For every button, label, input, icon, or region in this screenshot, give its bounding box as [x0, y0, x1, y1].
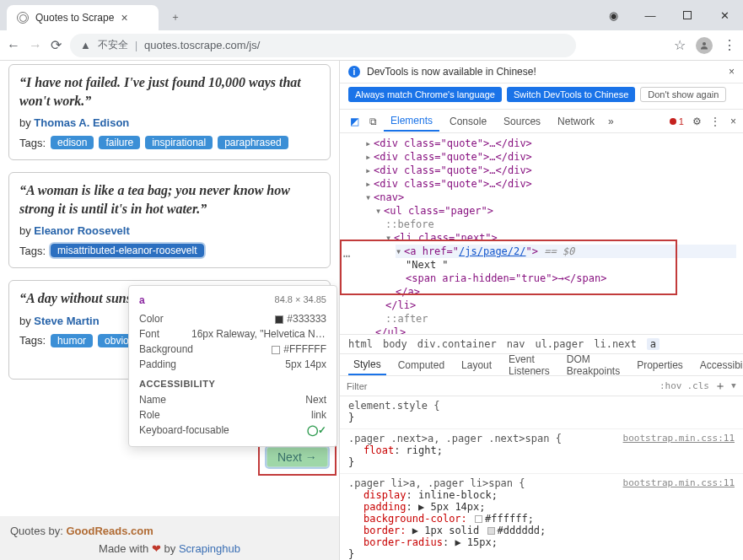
tag-link[interactable]: failure: [99, 136, 140, 149]
tab-sources[interactable]: Sources: [497, 112, 547, 131]
styles-pane[interactable]: element.style { } bootstrap.min.css:11 .…: [340, 396, 743, 560]
subtab-accessibility[interactable]: Accessibility: [695, 356, 743, 374]
star-icon[interactable]: ☆: [674, 37, 686, 53]
titlebar: Quotes to Scrape × ＋ ◉ — ✕: [0, 0, 743, 30]
new-rule-icon[interactable]: ＋: [714, 379, 726, 394]
tag-link[interactable]: paraphrased: [218, 136, 288, 149]
devtools-banner: i DevTools is now available in Chinese! …: [340, 61, 743, 83]
globe-icon: [17, 12, 29, 24]
cls-toggle[interactable]: .cls: [687, 380, 710, 391]
tab-network[interactable]: Network: [551, 112, 601, 131]
maximize-button[interactable]: [669, 3, 706, 27]
more-icon[interactable]: ▸: [729, 384, 740, 389]
page-footer: Quotes by: GoodReads.com Made with ❤ by …: [0, 516, 339, 560]
account-indicator-icon[interactable]: ◉: [595, 3, 632, 27]
styles-tabs: Styles Computed Layout Event Listeners D…: [340, 354, 743, 376]
address-bar[interactable]: ▲ 不安全 | quotes.toscrape.com/js/: [70, 34, 576, 57]
kebab-icon[interactable]: ⋮: [710, 116, 720, 127]
info-icon: i: [348, 66, 360, 78]
reload-button[interactable]: ⟳: [51, 37, 62, 53]
error-count[interactable]: 1: [670, 116, 684, 127]
tab-title: Quotes to Scrape: [35, 12, 114, 24]
quote-card: “A woman is like a tea bag; you never kn…: [8, 172, 331, 268]
author-link[interactable]: Thomas A. Edison: [34, 116, 129, 129]
inspect-icon[interactable]: ◩: [347, 116, 362, 127]
subtab-computed[interactable]: Computed: [393, 356, 450, 374]
dont-show-button[interactable]: Don't show again: [640, 87, 726, 102]
url-text: quotes.toscrape.com/js/: [144, 39, 260, 51]
quote-card: “I have not failed. I've just found 10,0…: [8, 64, 331, 160]
devtools-tabs: ◩ ⧉ Elements Console Sources Network » 1…: [340, 110, 743, 133]
scrapinghub-link[interactable]: Scrapinghub: [179, 542, 240, 555]
quote-text: “I have not failed. I've just found 10,0…: [19, 73, 320, 110]
match-language-button[interactable]: Always match Chrome's language: [348, 87, 502, 102]
styles-filter-input[interactable]: [347, 381, 654, 391]
device-toggle-icon[interactable]: ⧉: [365, 116, 380, 127]
next-link[interactable]: Next →: [267, 447, 328, 467]
window-controls: ◉ — ✕: [595, 0, 743, 30]
kebab-menu-icon[interactable]: ⋮: [723, 37, 736, 53]
devtools-close-icon[interactable]: ×: [724, 116, 736, 127]
subtab-styles[interactable]: Styles: [348, 355, 386, 375]
banner-close-icon[interactable]: ×: [729, 66, 735, 78]
tooltip-dimensions: 84.8 × 34.85: [275, 294, 326, 306]
check-icon: ◯✓: [307, 424, 326, 436]
hov-toggle[interactable]: :hov: [660, 380, 682, 391]
avatar-icon[interactable]: [696, 37, 713, 54]
page-content: “I have not failed. I've just found 10,0…: [0, 61, 339, 560]
switch-language-button[interactable]: Switch DevTools to Chinese: [507, 87, 635, 102]
minimize-button[interactable]: —: [632, 3, 669, 27]
tag-link[interactable]: misattributed-eleanor-roosevelt: [51, 244, 203, 257]
insecure-icon: ▲: [80, 39, 91, 51]
gear-icon[interactable]: ⚙: [687, 116, 707, 127]
tag-link[interactable]: humor: [51, 334, 93, 347]
devtools-panel: i DevTools is now available in Chinese! …: [339, 61, 743, 560]
author-link[interactable]: Eleanor Roosevelt: [34, 224, 129, 237]
new-tab-button[interactable]: ＋: [164, 5, 187, 29]
author-link[interactable]: Steve Martin: [34, 315, 99, 327]
tag-link[interactable]: edison: [51, 136, 94, 149]
quote-text: “A woman is like a tea bag; you never kn…: [19, 181, 320, 218]
subtab-layout[interactable]: Layout: [456, 356, 497, 374]
browser-toolbar: ← → ⟳ ▲ 不安全 | quotes.toscrape.com/js/ ☆ …: [0, 30, 743, 61]
insecure-label: 不安全: [98, 38, 128, 52]
forward-button: →: [29, 38, 42, 53]
heart-icon: ❤: [152, 542, 161, 555]
dom-tree[interactable]: ▸<div class="quote">…</div> ▸<div class=…: [340, 133, 743, 334]
tooltip-selector: a: [139, 294, 145, 306]
back-button[interactable]: ←: [7, 38, 20, 53]
subtab-properties[interactable]: Properties: [632, 356, 688, 374]
tag-link[interactable]: inspirational: [145, 136, 213, 149]
tab-elements[interactable]: Elements: [384, 111, 439, 132]
element-tooltip: a 84.8 × 34.85 Color#333333 Font16px Ral…: [128, 285, 337, 447]
browser-tab[interactable]: Quotes to Scrape ×: [7, 5, 159, 30]
svg-point-0: [703, 42, 706, 46]
styles-filter-bar: :hov .cls ＋ ▸: [340, 376, 743, 396]
tab-console[interactable]: Console: [443, 112, 493, 131]
goodreads-link[interactable]: GoodReads.com: [67, 525, 153, 537]
close-tab-icon[interactable]: ×: [121, 11, 127, 24]
more-tabs-icon[interactable]: »: [605, 116, 617, 127]
close-window-button[interactable]: ✕: [706, 3, 743, 27]
